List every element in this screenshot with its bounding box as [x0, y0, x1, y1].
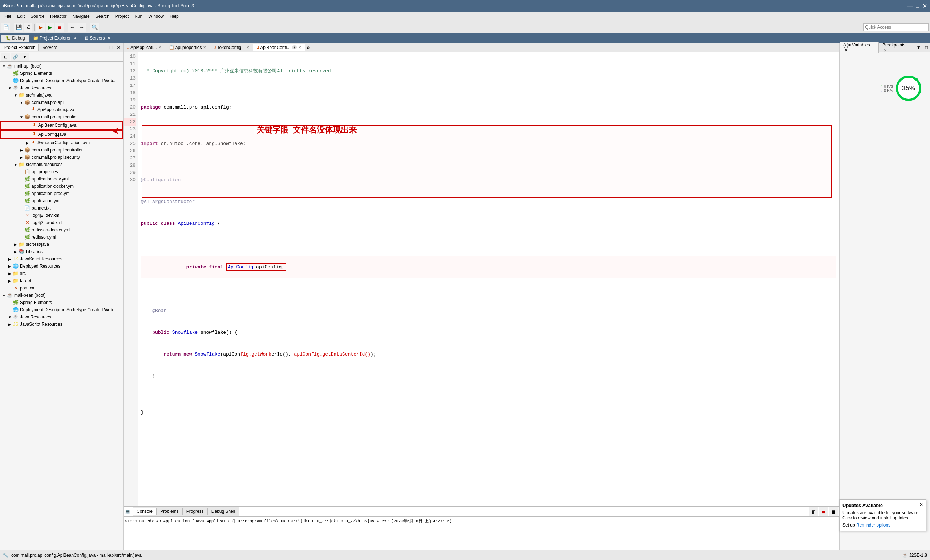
perspective-debug[interactable]: 🐛 Debug: [2, 34, 29, 42]
reminder-link[interactable]: Reminder options: [856, 523, 890, 528]
menu-source[interactable]: Source: [28, 13, 47, 20]
toast-close-button[interactable]: ✕: [919, 502, 923, 507]
tree-item-com-mall-pro-api[interactable]: ▼ 📦 com.mall.pro.api: [0, 99, 123, 106]
perspective-explorer[interactable]: 📁 Project Explorer ✕: [29, 34, 80, 42]
tab-close-variables[interactable]: ✕: [845, 48, 848, 52]
sidebar-minimize-button[interactable]: □: [107, 44, 114, 51]
servers-close-icon[interactable]: ✕: [108, 36, 111, 40]
tab-label-api-bean: ApiBeanConfi...: [260, 45, 290, 50]
right-panel-menu-icon[interactable]: ▼: [915, 44, 923, 51]
tree-item-src-main-resources[interactable]: ▼ 📁 src/main/resources: [0, 161, 123, 168]
right-panel-minimize-icon[interactable]: □: [923, 44, 930, 51]
tab-close-api-bean[interactable]: ✕: [298, 45, 301, 49]
editor-tab-api-bean-config[interactable]: J ApiBeanConfi... 7 ✕: [253, 44, 305, 51]
line-num-28: 28: [123, 162, 135, 169]
tree-item-api-props[interactable]: 📋 api.properties: [0, 168, 123, 175]
tree-item-api-config[interactable]: J ApiConfig.java: [0, 130, 123, 139]
tree-item-banner[interactable]: 📄 banner.txt: [0, 205, 123, 212]
bottom-tab-problems[interactable]: Problems: [157, 508, 183, 515]
tab-close-token[interactable]: ✕: [246, 45, 249, 49]
tree-item-app-yml[interactable]: 🌿 application.yml: [0, 197, 123, 205]
terminate-button[interactable]: ■: [819, 507, 828, 516]
tree-item-pom[interactable]: ✕ pom.xml: [0, 285, 123, 292]
code-editor[interactable]: * Copyright (c) 2018-2999 广州亚米信息科技有限公司Al…: [138, 52, 839, 506]
menu-window[interactable]: Window: [145, 13, 167, 20]
tree-item-com-mall-config[interactable]: ▼ 📦 com.mall.pro.api.config: [0, 113, 123, 121]
menu-project[interactable]: Project: [112, 13, 131, 20]
tree-item-api-application[interactable]: J ApiApplication.java: [0, 106, 123, 113]
clear-console-button[interactable]: 🗑: [809, 507, 818, 516]
tree-item-bean-spring[interactable]: 🌿 Spring Elements: [0, 299, 123, 306]
tree-item-bean-js[interactable]: ▶ JS JavaScript Resources: [0, 321, 123, 328]
tree-item-libraries[interactable]: ▶ 📚 Libraries: [0, 248, 123, 255]
save-button[interactable]: 💾: [14, 23, 23, 32]
tab-close-api-props[interactable]: ✕: [203, 45, 206, 49]
tree-item-bean-deploy[interactable]: 🌐 Deployment Descriptor: Archetype Creat…: [0, 306, 123, 314]
link-editor-button[interactable]: 🔗: [11, 53, 20, 62]
tab-close-api-app[interactable]: ✕: [159, 45, 161, 49]
toast-footer: Set up Reminder options: [842, 523, 923, 528]
menu-search[interactable]: Search: [92, 13, 112, 20]
quick-access-input[interactable]: [863, 23, 928, 31]
tree-item-security[interactable]: ▶ 📦 com.mall.pro.api.security: [0, 154, 123, 161]
tree-item-src-main-java[interactable]: ▼ 📁 src/main/java: [0, 92, 123, 99]
minimize-button[interactable]: —: [907, 3, 913, 9]
tree-item-java-resources[interactable]: ▼ ☕ Java Resources: [0, 84, 123, 92]
sidebar-tab-servers[interactable]: Servers: [38, 44, 61, 51]
menu-refactor[interactable]: Refactor: [47, 13, 69, 20]
tree-item-redisson-docker[interactable]: 🌿 redisson-docker.yml: [0, 226, 123, 234]
tree-item-src-folder[interactable]: ▶ 📁 src: [0, 270, 123, 277]
disconnect-button[interactable]: ⏹: [829, 507, 838, 516]
right-tab-variables[interactable]: (x)= Variables ✕: [839, 42, 879, 53]
menu-help[interactable]: Help: [167, 13, 182, 20]
explorer-close-icon[interactable]: ✕: [73, 36, 76, 40]
tree-item-api-bean-config[interactable]: J ApiBeanConfig.java: [0, 121, 123, 130]
tree-item-src-test[interactable]: ▶ 📁 src/test/java: [0, 241, 123, 248]
back-button[interactable]: ←: [68, 23, 77, 32]
tree-item-mall-api[interactable]: ▼ ☕ mall-api [boot]: [0, 63, 123, 70]
maximize-button[interactable]: □: [916, 3, 919, 9]
editor-tab-api-application[interactable]: J ApiApplicati... ✕: [123, 44, 165, 51]
tree-item-spring-elements[interactable]: 🌿 Spring Elements: [0, 70, 123, 77]
menu-file[interactable]: File: [2, 13, 14, 20]
debug-button[interactable]: ▶: [36, 23, 45, 32]
tree-item-redisson[interactable]: 🌿 redisson.yml: [0, 234, 123, 241]
forward-button[interactable]: →: [77, 23, 86, 32]
right-tab-breakpoints[interactable]: Breakpoints ✕: [879, 42, 915, 53]
close-button[interactable]: ✕: [922, 3, 927, 9]
tree-item-app-dev[interactable]: 🌿 application-dev.yml: [0, 175, 123, 183]
view-menu-button[interactable]: ▼: [20, 53, 29, 62]
search-button[interactable]: 🔍: [90, 23, 99, 32]
sidebar-tab-explorer[interactable]: Project Explorer: [0, 44, 38, 51]
tree-item-controller[interactable]: ▶ 📦 com.mall.pro.api.controller: [0, 146, 123, 154]
tree-item-deployment[interactable]: 🌐 Deployment Descriptor: Archetype Creat…: [0, 77, 123, 84]
editor-tab-token-config[interactable]: J TokenConfig... ✕: [210, 44, 253, 51]
tab-close-breakpoints[interactable]: ✕: [884, 48, 887, 52]
tree-item-app-prod[interactable]: 🌿 application-prod.yml: [0, 190, 123, 197]
more-tabs-icon[interactable]: »: [306, 44, 310, 51]
run-button[interactable]: ▶: [46, 23, 54, 32]
tree-item-swagger[interactable]: ▶ J SwaggerConfiguration.java: [0, 139, 123, 146]
new-button[interactable]: 📄: [2, 23, 10, 32]
collapse-all-button[interactable]: ⊟: [2, 53, 10, 62]
bottom-tab-console[interactable]: Console: [133, 508, 157, 515]
menu-navigate[interactable]: Navigate: [69, 13, 92, 20]
menu-run[interactable]: Run: [131, 13, 145, 20]
tree-item-deployed[interactable]: ▶ 🌐 Deployed Resources: [0, 263, 123, 270]
bottom-tab-progress[interactable]: Progress: [183, 508, 208, 515]
tree-item-target[interactable]: ▶ 📁 target: [0, 277, 123, 285]
editor-tab-api-props[interactable]: 📋 api.properties ✕: [165, 44, 210, 51]
tree-item-app-docker[interactable]: 🌿 application-docker.yml: [0, 183, 123, 190]
perspective-servers[interactable]: 🖥 Servers ✕: [80, 34, 114, 42]
stop-button[interactable]: ■: [55, 23, 64, 32]
print-button[interactable]: 🖨: [24, 23, 32, 32]
tree-item-mall-bean[interactable]: ▼ ☕ mall-bean [boot]: [0, 292, 123, 299]
tree-item-log4j2-dev[interactable]: ✕ log4j2_dev.xml: [0, 212, 123, 219]
tree-item-bean-java[interactable]: ▼ ☕ Java Resources: [0, 314, 123, 321]
tree-item-log4j2-prod[interactable]: ✕ log4j2_prod.xml: [0, 219, 123, 226]
bottom-tab-debug-shell[interactable]: Debug Shell: [208, 508, 239, 515]
menu-edit[interactable]: Edit: [14, 13, 28, 20]
console-icon: 💻: [125, 509, 131, 514]
tree-item-js-resources[interactable]: ▶ JS JavaScript Resources: [0, 255, 123, 263]
sidebar-close-button[interactable]: ✕: [114, 44, 123, 51]
